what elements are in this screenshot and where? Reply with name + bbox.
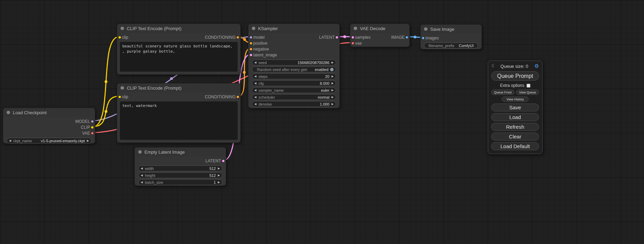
decrement-arrow-icon[interactable]: ◀ [254,96,256,99]
node-title-bar[interactable]: Load Checkpoint [3,108,95,117]
widget-label: filename_prefix [429,44,455,48]
widget-label: ckpt_name [13,139,32,143]
node-title-bar[interactable]: CLIP Text Encode (Prompt) [117,24,240,33]
queue-prompt-button[interactable]: Queue Prompt [491,71,539,81]
decrement-arrow-icon[interactable]: ◀ [254,61,256,64]
node-title-bar[interactable]: Save Image [421,25,482,34]
decrement-arrow-icon[interactable]: ◀ [254,103,256,106]
output-row-vae: VAE [3,130,95,136]
width-stepper[interactable]: ◀ width 512 ▶ [138,165,222,171]
node-ksampler[interactable]: KSampler LATENT model positive negative … [248,24,340,108]
filename-prefix-field[interactable]: filename_prefix ComfyUI [424,43,478,48]
slot-label: CONDITIONING [205,94,236,99]
save-button[interactable]: Save [491,103,539,111]
increment-arrow-icon[interactable]: ▶ [332,61,334,64]
increment-arrow-icon[interactable]: ▶ [218,181,220,184]
node-title-bar[interactable]: VAE Decode [350,24,409,33]
collapse-dot-icon[interactable] [121,27,124,30]
increment-arrow-icon[interactable]: ▶ [218,167,220,170]
increment-arrow-icon[interactable]: ▶ [332,75,334,78]
node-graph-canvas[interactable]: Load Checkpoint MODEL CLIP VAE ◀ ckpt_na… [0,0,644,244]
prompt-text-area[interactable]: beautiful scenery nature glass bottle la… [120,42,238,72]
node-save-image[interactable]: Save Image images filename_prefix ComfyU… [420,24,482,49]
clip-input-slot[interactable] [118,36,121,39]
model-output-slot[interactable] [91,120,94,123]
increment-arrow-icon[interactable]: ▶ [332,96,334,99]
input-row-positive: positive [248,40,339,46]
conditioning-output-slot[interactable] [236,95,239,98]
settings-gear-icon[interactable]: ⚙ [535,63,539,69]
queue-actions-row: Queue Front View Queue [491,90,539,95]
decrement-arrow-icon[interactable]: ◀ [254,75,256,78]
collapse-dot-icon[interactable] [354,27,357,30]
vae-output-slot[interactable] [91,132,94,135]
widget-value: enabled [309,67,328,72]
ckpt-name-combo[interactable]: ◀ ckpt_name v1-5-pruned-emaonly.ckpt ▶ [7,138,91,144]
collapse-dot-icon[interactable] [252,27,255,30]
clip-output-slot[interactable] [91,126,94,129]
node-empty-latent-image[interactable]: Empty Latent Image LATENT ◀ width 512 ▶ … [134,147,226,186]
node-load-checkpoint[interactable]: Load Checkpoint MODEL CLIP VAE ◀ ckpt_na… [3,108,95,144]
slot-label: samples [355,35,371,40]
decrement-arrow-icon[interactable]: ◀ [9,139,11,142]
node-title: Save Image [430,27,454,32]
widget-value: v1-5-pruned-emaonly.ckpt [34,139,85,143]
collapse-dot-icon[interactable] [424,27,427,31]
collapse-dot-icon[interactable] [7,111,10,114]
node-vae-decode[interactable]: VAE Decode IMAGE samples vae [350,24,410,47]
decrement-arrow-icon[interactable]: ◀ [254,82,256,85]
node-title-bar[interactable]: Empty Latent Image [135,147,226,156]
scheduler-combo[interactable]: ◀ scheduler normal ▶ [252,94,336,100]
decrement-arrow-icon[interactable]: ◀ [141,174,143,177]
vae-input-slot[interactable] [351,42,354,45]
node-title-bar[interactable]: KSampler [248,24,339,33]
height-stepper[interactable]: ◀ height 512 ▶ [138,172,222,178]
cfg-stepper[interactable]: ◀ cfg 8.000 ▶ [252,80,336,86]
decrement-arrow-icon[interactable]: ◀ [141,181,143,184]
view-history-button[interactable]: View History [502,97,529,102]
input-row-model: model [248,34,339,40]
decrement-arrow-icon[interactable]: ◀ [254,89,256,92]
model-input-slot[interactable] [249,36,253,39]
load-default-button[interactable]: Load Default [491,142,539,150]
output-row-clip: CLIP [3,124,95,130]
positive-input-slot[interactable] [249,42,253,45]
steps-stepper[interactable]: ◀ steps 20 ▶ [252,73,336,79]
seed-stepper[interactable]: ◀ seed 156680208700286 ▶ [252,60,336,65]
conditioning-output-slot[interactable] [236,36,239,39]
clear-button[interactable]: Clear [491,133,539,141]
link-midpoint-dot [414,36,416,38]
decrement-arrow-icon[interactable]: ◀ [141,167,143,170]
negative-input-slot[interactable] [249,47,253,51]
increment-arrow-icon[interactable]: ▶ [87,139,89,142]
latent-output-slot[interactable] [222,159,225,162]
increment-arrow-icon[interactable]: ▶ [332,103,334,106]
sampler-name-combo[interactable]: ◀ sampler_name euler ▶ [252,87,336,93]
extra-options-checkbox[interactable] [527,84,530,88]
toggle-knob-icon[interactable] [330,68,334,71]
denoise-stepper[interactable]: ◀ denoise 1.000 ▶ [252,101,336,107]
collapse-dot-icon[interactable] [121,86,124,90]
random-seed-toggle[interactable]: Random seed after every gen enabled [252,66,336,72]
increment-arrow-icon[interactable]: ▶ [332,82,334,85]
prompt-text-area[interactable]: text, watermark [120,101,238,140]
samples-input-slot[interactable] [351,36,354,39]
drag-handle-icon[interactable]: ⠿ [491,64,494,69]
history-row: View History [491,97,539,102]
node-clip-text-encode-negative[interactable]: CLIP Text Encode (Prompt) clip CONDITION… [117,83,241,143]
link-midpoint-dot [105,80,107,83]
refresh-button[interactable]: Refresh [491,123,539,131]
view-queue-button[interactable]: View Queue [516,90,539,95]
node-title-bar[interactable]: CLIP Text Encode (Prompt) [117,83,240,92]
batch-size-stepper[interactable]: ◀ batch_size 1 ▶ [138,179,222,185]
increment-arrow-icon[interactable]: ▶ [218,174,220,177]
queue-front-button[interactable]: Queue Front [491,90,514,95]
node-clip-text-encode-positive[interactable]: CLIP Text Encode (Prompt) clip CONDITION… [117,24,241,75]
collapse-dot-icon[interactable] [138,150,142,154]
increment-arrow-icon[interactable]: ▶ [332,89,334,92]
images-input-slot[interactable] [422,36,425,39]
latent-image-input-slot[interactable] [249,53,253,56]
slot-label: vae [355,41,362,46]
clip-input-slot[interactable] [118,95,121,98]
load-button[interactable]: Load [491,113,539,121]
